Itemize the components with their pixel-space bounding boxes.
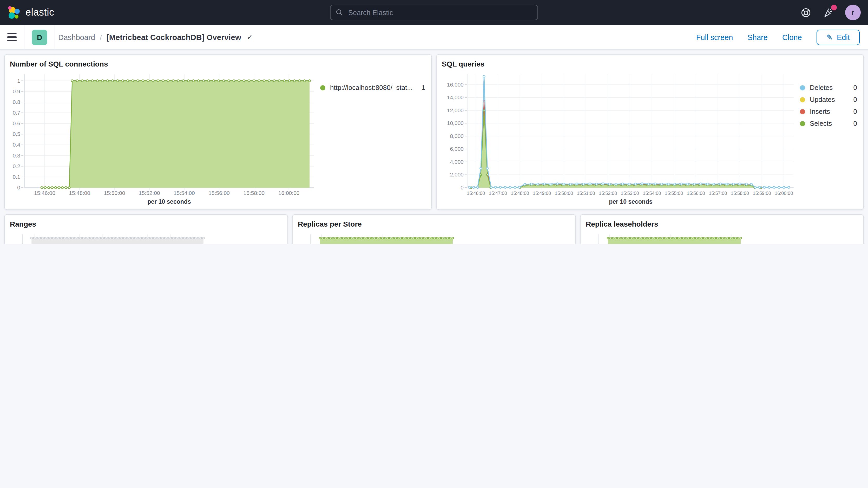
legend-value: 0 [854, 120, 859, 127]
panel-sql-queries: SQL queries 02,0004,0006,0008,00010,0001… [436, 54, 864, 210]
chart-legend: http://localhost:8080/_sta...89 [754, 230, 859, 244]
svg-text:12,000: 12,000 [447, 107, 464, 113]
svg-text:15:49:00: 15:49:00 [533, 191, 551, 196]
svg-text:15:54:00: 15:54:00 [174, 190, 195, 196]
legend-label: Updates [810, 96, 835, 103]
svg-text:0.3: 0.3 [13, 153, 20, 158]
legend-color-dot [320, 85, 326, 90]
svg-text:0: 0 [461, 184, 464, 190]
legend-item[interactable]: http://localhost:8080/_sta...89 [754, 244, 859, 244]
chart-replicas-per-store[interactable]: 0102030405060708015:46:0015:49:0015:52:0… [297, 230, 466, 244]
svg-text:2,000: 2,000 [450, 172, 464, 178]
dashboard-badge: D [32, 29, 47, 45]
svg-text:1: 1 [17, 78, 20, 84]
help-life-ring-icon [800, 7, 811, 18]
svg-text:0.7: 0.7 [13, 110, 20, 116]
svg-text:15:57:00: 15:57:00 [709, 191, 727, 196]
svg-text:15:56:00: 15:56:00 [687, 191, 705, 196]
panel-title: Ranges [10, 220, 283, 230]
svg-text:16:00:00: 16:00:00 [775, 191, 793, 196]
svg-text:14,000: 14,000 [447, 94, 464, 100]
panel-number-of-sql-connections: Number of SQL connections 00.10.20.30.40… [4, 54, 432, 210]
svg-text:15:48:00: 15:48:00 [511, 191, 529, 196]
svg-text:15:50:00: 15:50:00 [555, 191, 573, 196]
svg-text:16,000: 16,000 [447, 82, 464, 88]
avatar-initial: r [851, 8, 854, 17]
legend-label: Deletes [810, 84, 833, 91]
pencil-icon: ✎ [827, 33, 833, 41]
svg-text:10,000: 10,000 [447, 120, 464, 126]
user-avatar[interactable]: r [845, 5, 861, 20]
svg-text:15:52:00: 15:52:00 [599, 191, 617, 196]
dashboard-grid: Number of SQL connections 00.10.20.30.40… [0, 50, 868, 244]
legend-item[interactable]: http://localhost:8080/_stat...1 [320, 84, 427, 91]
panel-title: Number of SQL connections [10, 60, 427, 70]
legend-label: Selects [810, 120, 832, 127]
chart-sql-queries[interactable]: 02,0004,0006,0008,00010,00012,00014,0001… [441, 70, 800, 207]
legend-label: http://localhost:8080/_stat... [330, 84, 413, 91]
svg-text:15:51:00: 15:51:00 [577, 191, 595, 196]
search-input[interactable] [347, 8, 532, 17]
toolbar-divider [24, 25, 24, 50]
panel-title: Replicas per Store [298, 220, 571, 230]
svg-text:0.8: 0.8 [13, 99, 20, 105]
checkmark-icon: ✓ [247, 33, 253, 41]
legend-value: 0 [278, 244, 283, 244]
legend-value: 1 [422, 84, 427, 91]
svg-text:15:58:00: 15:58:00 [244, 190, 265, 196]
help-button[interactable] [800, 7, 811, 18]
chart-number-of-sql-connections[interactable]: 00.10.20.30.40.50.60.70.80.9115:46:0015:… [9, 70, 320, 207]
svg-text:0.2: 0.2 [13, 163, 20, 169]
legend-item[interactable]: Deletes0 [800, 84, 859, 91]
svg-text:15:48:00: 15:48:00 [69, 190, 90, 196]
svg-text:0.5: 0.5 [13, 131, 20, 137]
svg-text:16:00:00: 16:00:00 [278, 190, 300, 196]
legend-item[interactable]: Selects0 [800, 120, 859, 127]
svg-text:15:52:00: 15:52:00 [139, 190, 160, 196]
legend-value: 89 [562, 244, 571, 244]
chart-legend: http://localhost:8080/_stat...1 [320, 70, 427, 207]
share-button[interactable]: Share [748, 33, 768, 41]
svg-text:15:50:00: 15:50:00 [104, 190, 125, 196]
svg-text:4,000: 4,000 [450, 159, 464, 165]
menu-hamburger-button[interactable] [7, 33, 17, 41]
top-header-bar: elastic [0, 0, 868, 25]
legend-color-dot [800, 109, 805, 114]
news-button[interactable] [823, 7, 834, 18]
legend-item[interactable]: Underreplicated0 [212, 244, 283, 244]
legend-color-dot [800, 121, 805, 126]
legend-item[interactable]: Inserts0 [800, 108, 859, 115]
chart-legend: http://localhost:8080/_sta...89 [466, 230, 571, 244]
edit-button[interactable]: ✎ Edit [816, 29, 860, 45]
chart-legend: Deletes0Updates0Inserts0Selects0 [800, 70, 859, 207]
global-search-box[interactable] [330, 5, 538, 20]
elastic-home-link[interactable]: elastic [7, 6, 54, 19]
svg-text:80: 80 [588, 243, 594, 244]
chart-replica-leaseholders[interactable]: 0102030405060708015:46:0015:49:0015:52:0… [585, 230, 754, 244]
clone-button[interactable]: Clone [782, 33, 802, 41]
svg-text:15:46:00: 15:46:00 [467, 191, 485, 196]
legend-value: 0 [854, 84, 859, 91]
edit-button-label: Edit [837, 33, 850, 41]
legend-item[interactable]: Updates0 [800, 96, 859, 103]
legend-value: 0 [854, 108, 859, 115]
legend-item[interactable]: http://localhost:8080/_sta...89 [466, 244, 571, 244]
search-icon [336, 9, 343, 16]
notification-dot [831, 4, 837, 10]
svg-text:0.4: 0.4 [13, 142, 21, 148]
svg-text:15:47:00: 15:47:00 [489, 191, 507, 196]
svg-text:80: 80 [300, 243, 306, 244]
full-screen-button[interactable]: Full screen [696, 33, 733, 41]
svg-text:0.1: 0.1 [13, 174, 20, 180]
breadcrumb-dashboard-link[interactable]: Dashboard [58, 33, 95, 41]
chart-ranges[interactable]: 0102030405060708015:46:0015:48:0015:50:0… [9, 230, 212, 244]
legend-value: 0 [854, 96, 859, 103]
svg-text:15:56:00: 15:56:00 [209, 190, 230, 196]
svg-text:per 10 seconds: per 10 seconds [147, 198, 191, 205]
svg-text:8,000: 8,000 [450, 133, 464, 139]
legend-value: 89 [849, 244, 859, 244]
svg-text:0.6: 0.6 [13, 120, 20, 126]
chart-legend: Underreplicated0Overreplicated0Unavailab… [212, 230, 283, 244]
svg-text:0: 0 [17, 184, 20, 190]
svg-text:0.9: 0.9 [13, 88, 20, 94]
